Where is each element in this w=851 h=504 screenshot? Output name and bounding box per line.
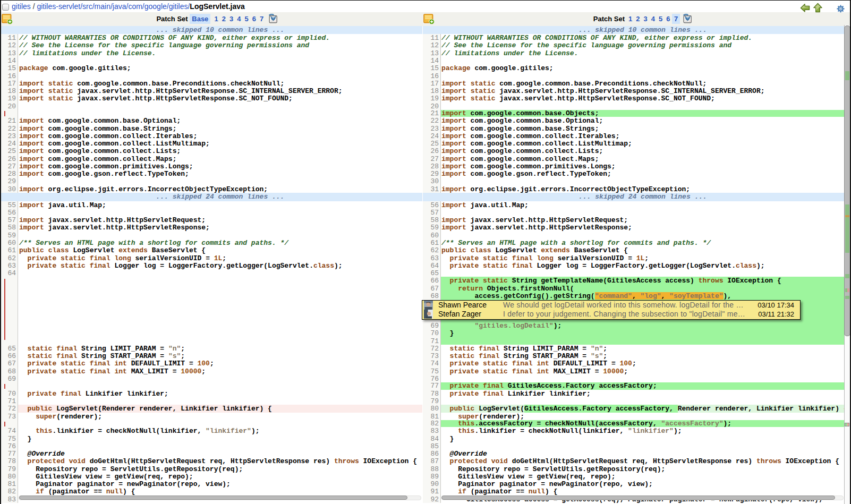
svg-text:51: 51 — [425, 19, 429, 22]
svg-text:51: 51 — [3, 19, 7, 22]
